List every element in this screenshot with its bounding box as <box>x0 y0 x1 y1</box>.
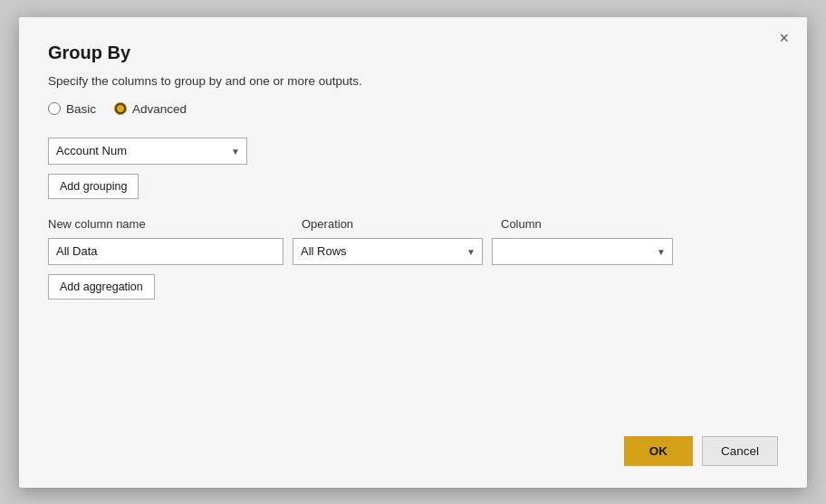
aggregation-section: New column name Operation Column All Row… <box>48 217 778 300</box>
operation-dropdown[interactable]: All Rows Sum Average Min Max Count <box>293 238 483 265</box>
dialog-title: Group By <box>48 43 778 63</box>
grouping-dropdown-wrapper: Account Num Account Region Country ▼ <box>48 138 247 165</box>
add-aggregation-button[interactable]: Add aggregation <box>48 274 155 300</box>
radio-group: Basic Advanced <box>48 102 778 116</box>
new-column-name-input[interactable] <box>48 238 283 265</box>
new-column-name-header: New column name <box>48 217 302 231</box>
dialog-footer: OK Cancel <box>48 414 778 466</box>
close-button[interactable]: × <box>773 28 794 48</box>
grouping-section: Account Num Account Region Country ▼ Add… <box>48 138 778 199</box>
column-dropdown-wrapper: Account Num Account Region ▼ <box>492 238 673 265</box>
radio-advanced[interactable]: Advanced <box>114 102 187 116</box>
column-header: Column <box>501 217 778 231</box>
operation-dropdown-wrapper: All Rows Sum Average Min Max Count ▼ <box>293 238 483 265</box>
dialog-subtitle: Specify the columns to group by and one … <box>48 74 778 88</box>
operation-header: Operation <box>302 217 501 231</box>
add-grouping-button[interactable]: Add grouping <box>48 174 139 199</box>
radio-basic-input[interactable] <box>48 102 61 115</box>
group-by-dialog: × Group By Specify the columns to group … <box>19 17 807 488</box>
radio-advanced-input[interactable] <box>114 102 127 115</box>
ok-button[interactable]: OK <box>624 436 693 466</box>
radio-advanced-label: Advanced <box>132 102 187 116</box>
aggregation-row: All Rows Sum Average Min Max Count ▼ Acc… <box>48 238 778 265</box>
cancel-button[interactable]: Cancel <box>702 436 778 466</box>
grouping-dropdown[interactable]: Account Num Account Region Country <box>48 138 247 165</box>
radio-basic-label: Basic <box>66 102 96 116</box>
column-dropdown[interactable]: Account Num Account Region <box>492 238 673 265</box>
aggregation-headers: New column name Operation Column <box>48 217 778 231</box>
radio-basic[interactable]: Basic <box>48 102 96 116</box>
